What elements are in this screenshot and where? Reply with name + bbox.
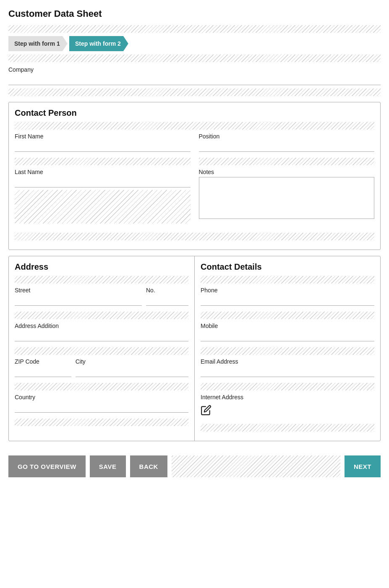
save-button[interactable]: SAVE	[90, 455, 126, 477]
footer: GO TO OVERVIEW SAVE BACK NEXT	[8, 450, 381, 483]
country-stripe	[15, 419, 188, 426]
internet-label: Internet Address	[201, 394, 374, 401]
contact-person-fields: First Name Last Name Position No	[15, 133, 374, 229]
step1-label: Step with form 1	[14, 40, 60, 47]
first-name-input[interactable]	[15, 141, 191, 152]
country-row: Country	[15, 394, 188, 413]
city-input[interactable]	[76, 367, 188, 377]
addr-addition-stripe	[15, 347, 188, 355]
pos-stripe	[199, 158, 375, 165]
country-label: Country	[15, 394, 188, 401]
phone-label: Phone	[201, 287, 374, 294]
fn-stripe	[15, 158, 191, 165]
no-input[interactable]	[146, 295, 188, 306]
first-name-row: First Name	[15, 133, 191, 152]
mobile-stripe	[201, 347, 374, 355]
company-label: Company	[8, 66, 381, 73]
street-stripe	[15, 312, 188, 319]
address-section: Address Street No. Address A	[9, 256, 195, 441]
step1-tab[interactable]: Step with form 1	[8, 36, 68, 51]
contact-right-col: Position Notes	[199, 133, 375, 229]
contact-bottom-stripe	[15, 233, 374, 240]
last-name-label: Last Name	[15, 169, 191, 175]
go-to-overview-button[interactable]: GO TO OVERVIEW	[8, 455, 86, 477]
company-input[interactable]	[8, 75, 381, 85]
contact-person-stripe	[15, 122, 374, 130]
notes-textarea[interactable]	[199, 177, 375, 219]
address-addition-row: Address Addition	[15, 323, 188, 341]
zip-city-row: ZIP Code City	[15, 358, 188, 377]
contact-details-title: Contact Details	[201, 262, 374, 272]
addr-top-stripe	[15, 276, 188, 284]
phone-row: Phone	[201, 287, 374, 306]
company-section: Company	[8, 66, 381, 85]
position-row: Position	[199, 133, 375, 152]
internet-stripe	[201, 424, 374, 432]
address-addition-label: Address Addition	[15, 323, 188, 329]
back-button[interactable]: BACK	[130, 455, 167, 477]
zip-input[interactable]	[15, 367, 71, 377]
next-button[interactable]: NEXT	[345, 455, 381, 477]
phone-stripe	[201, 312, 374, 319]
steps-row: Step with form 1 Step with form 2	[8, 36, 381, 51]
step2-tab[interactable]: Step with form 2	[69, 36, 128, 51]
address-title: Address	[15, 262, 188, 272]
address-addition-input[interactable]	[15, 331, 188, 341]
company-bottom-stripe	[8, 88, 381, 96]
city-wrap: City	[76, 358, 188, 377]
city-label: City	[76, 358, 188, 365]
contact-left-col: First Name Last Name	[15, 133, 191, 229]
email-label: Email Address	[201, 358, 374, 365]
email-input[interactable]	[201, 367, 374, 377]
no-wrap: No.	[146, 287, 188, 306]
last-name-row: Last Name	[15, 169, 191, 224]
email-stripe	[201, 383, 374, 390]
contact-person-section: Contact Person First Name Last Name	[8, 102, 381, 250]
address-contact-row: Address Street No. Address A	[8, 256, 381, 441]
contact-person-title: Contact Person	[15, 108, 374, 118]
phone-input[interactable]	[201, 295, 374, 306]
first-name-label: First Name	[15, 133, 191, 140]
mobile-input[interactable]	[201, 331, 374, 341]
email-row: Email Address	[201, 358, 374, 377]
internet-row: Internet Address	[201, 394, 374, 418]
mobile-label: Mobile	[201, 323, 374, 329]
street-label: Street	[15, 287, 142, 294]
notes-label: Notes	[199, 169, 375, 175]
page-title: Customer Data Sheet	[8, 8, 381, 19]
notes-row: Notes	[199, 169, 375, 221]
last-name-input[interactable]	[15, 177, 191, 187]
no-label: No.	[146, 287, 188, 294]
position-input[interactable]	[199, 141, 375, 152]
footer-stripe	[172, 455, 340, 477]
edit-link-icon[interactable]	[201, 405, 211, 418]
zip-label: ZIP Code	[15, 358, 71, 365]
zip-wrap: ZIP Code	[15, 358, 71, 377]
street-input[interactable]	[15, 295, 142, 306]
mobile-row: Mobile	[201, 323, 374, 341]
country-input[interactable]	[15, 402, 188, 413]
step2-label: Step with form 2	[75, 40, 121, 47]
steps-bottom-stripe	[8, 55, 381, 62]
cd-top-stripe	[201, 276, 374, 284]
top-stripe-divider	[8, 25, 381, 33]
position-label: Position	[199, 133, 375, 140]
zip-city-stripe	[15, 383, 188, 390]
street-wrap: Street	[15, 287, 142, 306]
contact-details-section: Contact Details Phone Mobile Email Addre…	[195, 256, 380, 441]
street-row: Street No.	[15, 287, 188, 306]
lastname-stripe	[15, 190, 191, 224]
